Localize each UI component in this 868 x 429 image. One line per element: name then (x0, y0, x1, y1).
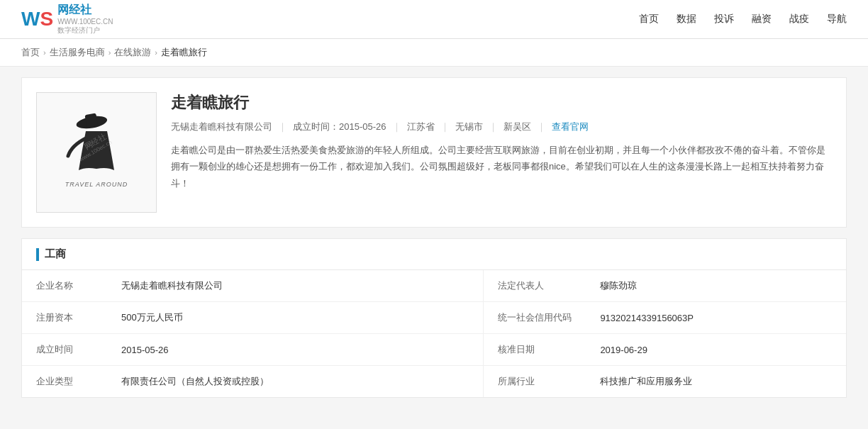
section-header-business: 工商 (22, 239, 846, 270)
breadcrumb-home[interactable]: 首页 (21, 46, 40, 59)
sep-2: › (108, 48, 111, 57)
sep-3: › (155, 48, 157, 57)
logo-ws-icon: W (21, 8, 40, 30)
company-info: 走着瞧旅行 无锡走着瞧科技有限公司 ｜ 成立时间：2015-05-26 ｜ 江苏… (171, 92, 832, 213)
svg-rect-2 (84, 113, 98, 128)
business-section: 工商 企业名称 无锡走着瞧科技有限公司 法定代表人 穆陈劲琼 注册资本 500万… (21, 238, 847, 398)
value-est-date: 2015-05-26 (107, 334, 484, 366)
nav-home[interactable]: 首页 (639, 13, 659, 26)
value-company-name: 无锡走着瞧科技有限公司 (107, 270, 484, 302)
company-desc: 走着瞧公司是由一群热爱生活热爱美食热爱旅游的年轻人所组成。公司主要经营互联网旅游… (171, 142, 832, 191)
breadcrumb-current: 走着瞧旅行 (161, 46, 207, 59)
company-province: 江苏省 (407, 121, 435, 133)
logo-site-name: 网经社 (57, 3, 113, 18)
label-company-name: 企业名称 (22, 270, 107, 302)
table-row: 企业名称 无锡走着瞧科技有限公司 法定代表人 穆陈劲琼 (22, 270, 846, 302)
company-name: 走着瞧旅行 (171, 92, 832, 113)
breadcrumb-online-travel[interactable]: 在线旅游 (114, 46, 151, 59)
nav-navigation[interactable]: 导航 (827, 13, 847, 26)
label-company-type: 企业类型 (22, 366, 107, 398)
breadcrumb-life-ecommerce[interactable]: 生活服务电商 (50, 46, 105, 59)
value-legal-rep: 穆陈劲琼 (586, 270, 846, 302)
label-credit-code: 统一社会信用代码 (484, 302, 586, 334)
value-credit-code: 91320214339156063P (586, 302, 846, 334)
company-website-link[interactable]: 查看官网 (552, 121, 589, 133)
value-approval-date: 2019-06-29 (586, 334, 846, 366)
company-established: 成立时间：2015-05-26 (293, 121, 386, 133)
company-card: TRAVEL AROUND 网经社 www.100ec.cn 走着瞧旅行 无锡走… (21, 77, 847, 228)
company-logo: TRAVEL AROUND 网经社 www.100ec.cn (36, 92, 157, 213)
nav-data[interactable]: 数据 (677, 13, 696, 26)
breadcrumb: 首页 › 生活服务电商 › 在线旅游 › 走着瞧旅行 (0, 39, 868, 67)
company-full-name: 无锡走着瞧科技有限公司 (171, 121, 272, 133)
nav-complaint[interactable]: 投诉 (714, 13, 734, 26)
nav-links: 首页 数据 投诉 融资 战疫 导航 (639, 13, 847, 26)
logo-text-block: 网经社 WWW.100EC.CN 数字经济门户 (57, 3, 113, 35)
company-district: 新吴区 (503, 121, 531, 133)
value-reg-capital: 500万元人民币 (107, 302, 484, 334)
logo-url: WWW.100EC.CN (57, 18, 113, 26)
label-legal-rep: 法定代表人 (484, 270, 586, 302)
section-title-business: 工商 (45, 247, 66, 261)
label-approval-date: 核准日期 (484, 334, 586, 366)
sep-1: › (43, 48, 46, 57)
label-industry: 所属行业 (484, 366, 586, 398)
main-content: TRAVEL AROUND 网经社 www.100ec.cn 走着瞧旅行 无锡走… (0, 67, 868, 419)
label-est-date: 成立时间 (22, 334, 107, 366)
label-reg-capital: 注册资本 (22, 302, 107, 334)
value-company-type: 有限责任公司（自然人投资或控股） (107, 366, 484, 398)
logo-s-icon: S (40, 8, 53, 30)
table-row: 企业类型 有限责任公司（自然人投资或控股） 所属行业 科技推广和应用服务业 (22, 366, 846, 398)
value-industry: 科技推广和应用服务业 (586, 366, 846, 398)
business-table: 企业名称 无锡走着瞧科技有限公司 法定代表人 穆陈劲琼 注册资本 500万元人民… (22, 270, 846, 397)
table-row: 注册资本 500万元人民币 统一社会信用代码 91320214339156063… (22, 302, 846, 334)
nav-funding[interactable]: 融资 (752, 13, 772, 26)
company-meta: 无锡走着瞧科技有限公司 ｜ 成立时间：2015-05-26 ｜ 江苏省 ｜ 无锡… (171, 121, 832, 133)
nav-epidemic[interactable]: 战疫 (789, 13, 809, 26)
section-indicator (36, 248, 39, 261)
table-row: 成立时间 2015-05-26 核准日期 2019-06-29 (22, 334, 846, 366)
logo-area: W S 网经社 WWW.100EC.CN 数字经济门户 (21, 3, 113, 35)
company-city: 无锡市 (455, 121, 483, 133)
svg-text:TRAVEL AROUND: TRAVEL AROUND (65, 181, 128, 188)
logo-desc: 数字经济门户 (57, 26, 113, 35)
header: W S 网经社 WWW.100EC.CN 数字经济门户 首页 数据 投诉 融资 … (0, 0, 868, 39)
company-logo-svg: TRAVEL AROUND 网经社 www.100ec.cn (47, 103, 146, 202)
